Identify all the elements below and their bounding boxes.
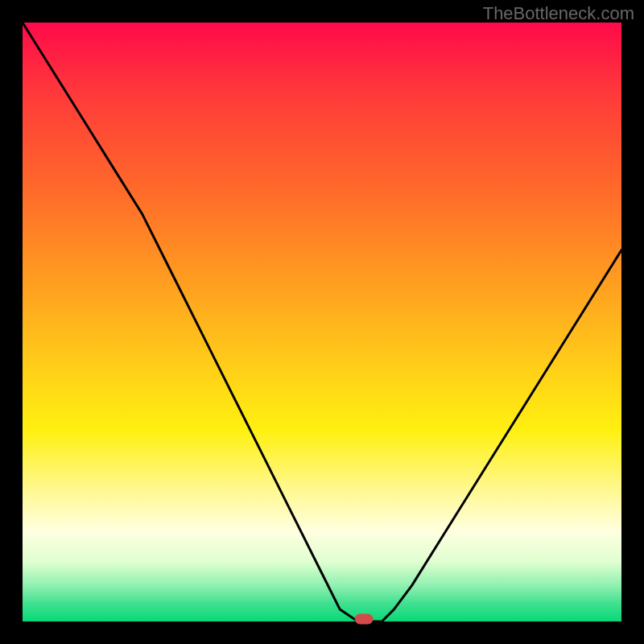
watermark-text: TheBottleneck.com xyxy=(483,3,634,24)
bottleneck-curve xyxy=(23,23,621,621)
plot-area xyxy=(23,23,621,621)
chart-container: TheBottleneck.com xyxy=(0,0,644,644)
min-marker xyxy=(355,614,373,624)
curve-svg xyxy=(23,23,621,621)
